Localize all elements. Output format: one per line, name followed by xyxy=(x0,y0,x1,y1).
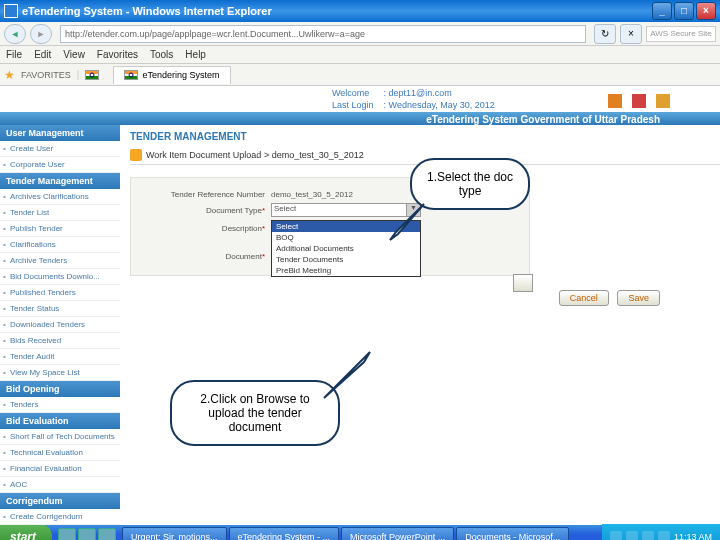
welcome-user: : dept11@in.com xyxy=(384,88,503,98)
stop-button[interactable]: × xyxy=(620,24,642,44)
india-flag-icon xyxy=(85,70,99,80)
sidebar-item[interactable]: Bids Received xyxy=(0,333,120,349)
doc-label: Document xyxy=(225,252,261,261)
breadcrumb-icon xyxy=(130,149,142,161)
brand-bar: eTendering System Government of Uttar Pr… xyxy=(0,112,720,125)
sidebar-item[interactable]: Tender Status xyxy=(0,301,120,317)
sidebar-head-bidopen: Bid Opening xyxy=(0,381,120,397)
sidebar-item[interactable]: Create Corrigendum xyxy=(0,509,120,525)
favorites-label: FAVORITES xyxy=(21,70,71,80)
browse-button[interactable] xyxy=(513,274,533,292)
taskbar-task[interactable]: Urgent: Sir, motions... xyxy=(122,527,227,540)
sidebar: User Management Create User Corporate Us… xyxy=(0,125,120,525)
nav-toolbar: http://etender.com.up/page/applpage=wcr.… xyxy=(0,22,720,46)
sidebar-head-user: User Management xyxy=(0,125,120,141)
callout-1: 1.Select the doc type xyxy=(410,158,530,210)
clock: 11:13 AM xyxy=(674,532,712,540)
taskbar-task[interactable]: Microsoft PowerPoint ... xyxy=(341,527,454,540)
menu-edit[interactable]: Edit xyxy=(34,49,51,60)
menu-favorites[interactable]: Favorites xyxy=(97,49,138,60)
sidebar-item[interactable]: Archives Clarifications xyxy=(0,189,120,205)
tray-icon[interactable] xyxy=(626,531,638,540)
sidebar-item[interactable]: Technical Evaluation xyxy=(0,445,120,461)
dropdown-option[interactable]: Tender Documents xyxy=(272,254,420,265)
menu-bar: File Edit View Favorites Tools Help xyxy=(0,46,720,64)
sidebar-item[interactable]: Financial Evaluation xyxy=(0,461,120,477)
sidebar-head-bideval: Bid Evaluation xyxy=(0,413,120,429)
sidebar-item[interactable]: Publish Tender xyxy=(0,221,120,237)
ref-label: Tender Reference Number xyxy=(141,190,271,199)
tray-icon[interactable] xyxy=(610,531,622,540)
sidebar-item[interactable]: Tender Audit xyxy=(0,349,120,365)
page-title: TENDER MANAGEMENT xyxy=(130,127,720,146)
menu-file[interactable]: File xyxy=(6,49,22,60)
save-button[interactable]: Save xyxy=(617,290,660,306)
tray-icon[interactable] xyxy=(658,531,670,540)
sidebar-item[interactable]: Tenders xyxy=(0,397,120,413)
refresh-button[interactable]: ↻ xyxy=(594,24,616,44)
sidebar-item[interactable]: Archive Tenders xyxy=(0,253,120,269)
taskbar: start Urgent: Sir, motions... eTendering… xyxy=(0,524,720,540)
tray-icon[interactable] xyxy=(642,531,654,540)
quicklaunch-icon[interactable] xyxy=(98,528,116,540)
sidebar-item[interactable]: Bid Documents Downlo... xyxy=(0,269,120,285)
start-button[interactable]: start xyxy=(0,524,52,540)
dropdown-option[interactable]: Additional Documents xyxy=(272,243,420,254)
app-icon xyxy=(4,4,18,18)
sidebar-item[interactable]: AOC xyxy=(0,477,120,493)
security-badge: AWS Secure Site xyxy=(646,26,716,42)
menu-help[interactable]: Help xyxy=(185,49,206,60)
page-header: Welcome: dept11@in.com Last Login: Wedne… xyxy=(0,86,720,112)
quicklaunch-icon[interactable] xyxy=(58,528,76,540)
maximize-button[interactable]: □ xyxy=(674,2,694,20)
welcome-label: Welcome xyxy=(332,88,382,98)
browser-tab[interactable]: eTendering System xyxy=(113,66,230,84)
india-flag-icon xyxy=(124,70,138,80)
sidebar-item[interactable]: Clarifications xyxy=(0,237,120,253)
sidebar-item[interactable]: Published Tenders xyxy=(0,285,120,301)
quicklaunch-icon[interactable] xyxy=(78,528,96,540)
sidebar-item[interactable]: Corporate User xyxy=(0,157,120,173)
logout-icon[interactable] xyxy=(656,94,670,108)
close-button[interactable]: × xyxy=(696,2,716,20)
sidebar-item[interactable]: Create User xyxy=(0,141,120,157)
dropdown-option[interactable]: PreBid MeetIng xyxy=(272,265,420,276)
tab-title: eTendering System xyxy=(142,70,219,80)
sidebar-item[interactable]: Short Fall of Tech Documents xyxy=(0,429,120,445)
system-tray: 11:13 AM xyxy=(602,524,720,540)
desc-label: Description xyxy=(222,224,262,233)
favorites-bar: ★ FAVORITES | eTendering System xyxy=(0,64,720,86)
back-button[interactable] xyxy=(4,24,26,44)
sidebar-head-corr: Corrigendum xyxy=(0,493,120,509)
window-title: eTendering System - Windows Internet Exp… xyxy=(22,5,650,17)
cancel-button[interactable]: Cancel xyxy=(559,290,609,306)
home-icon[interactable] xyxy=(608,94,622,108)
taskbar-task[interactable]: Documents - Microsof... xyxy=(456,527,569,540)
minimize-button[interactable]: _ xyxy=(652,2,672,20)
lastlogin-value: : Wednesday, May 30, 2012 xyxy=(384,100,503,110)
sidebar-item[interactable]: Downloaded Tenders xyxy=(0,317,120,333)
favorites-star-icon[interactable]: ★ xyxy=(4,68,15,82)
print-icon[interactable] xyxy=(632,94,646,108)
taskbar-task[interactable]: eTendering System - ... xyxy=(229,527,340,540)
sidebar-item[interactable]: Tender List xyxy=(0,205,120,221)
menu-tools[interactable]: Tools xyxy=(150,49,173,60)
address-bar[interactable]: http://etender.com.up/page/applpage=wcr.… xyxy=(60,25,586,43)
window-titlebar: eTendering System - Windows Internet Exp… xyxy=(0,0,720,22)
menu-view[interactable]: View xyxy=(63,49,85,60)
sidebar-head-tender: Tender Management xyxy=(0,173,120,189)
forward-button[interactable] xyxy=(30,24,52,44)
sidebar-item[interactable]: View My Space List xyxy=(0,365,120,381)
doctype-label: Document Type xyxy=(206,206,262,215)
callout-2: 2.Click on Browse to upload the tender d… xyxy=(170,380,340,446)
lastlogin-label: Last Login xyxy=(332,100,382,110)
